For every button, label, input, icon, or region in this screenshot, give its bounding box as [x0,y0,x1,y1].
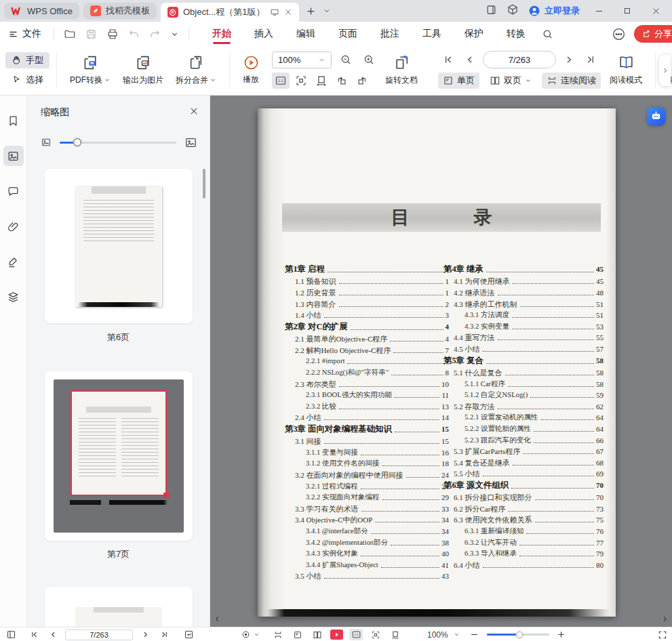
more-options-icon[interactable] [612,27,626,41]
fit-page-icon[interactable] [369,629,382,640]
statusbar-zoom-value[interactable]: 100% [427,630,448,640]
chevron-down-icon[interactable] [254,632,260,638]
first-page-icon[interactable] [27,629,41,640]
scroll-right-arrow[interactable] [661,613,669,625]
minimize-button[interactable] [589,3,608,19]
single-page-view-icon[interactable] [291,629,304,640]
single-page-view-button[interactable]: 单页 [438,73,479,89]
current-view-indicator[interactable] [71,390,167,496]
slider-knob[interactable] [73,138,81,147]
double-page-view-icon[interactable] [311,629,324,640]
zoom-slider[interactable] [487,634,549,636]
select-tool-button[interactable]: 选择 [5,72,50,88]
menu-tab-tools[interactable]: 工具 [421,22,443,45]
menu-search-icon[interactable] [542,28,553,40]
signature-panel-button[interactable] [3,251,24,272]
thumbnail-smaller-icon[interactable] [41,137,52,148]
print-icon[interactable] [106,28,119,40]
pdf-page[interactable]: 目 录 第1章 启程11.1 预备知识11.2 历史背景11.3 内容简介21.… [258,108,616,617]
last-page-button[interactable] [582,51,599,68]
menu-tab-protect[interactable]: 保护 [463,22,485,45]
present-screen-icon[interactable] [270,7,279,17]
thumbnail-larger-icon[interactable] [184,136,197,149]
last-page-icon[interactable] [157,629,171,640]
page-number-input[interactable] [483,51,556,68]
maximize-button[interactable] [618,3,637,19]
document-viewer[interactable]: 目 录 第1章 启程11.1 预备知识11.2 历史背景11.3 内容简介21.… [210,96,672,627]
ai-assistant-button[interactable] [647,107,665,125]
comments-panel-button[interactable] [3,181,24,201]
fit-width-button[interactable] [313,73,330,89]
close-window-button[interactable] [646,3,665,19]
tab-docer-templates[interactable]: 找稻壳模板 [83,3,157,19]
toggle-sidebar-icon[interactable] [4,629,18,640]
rotate-left-button[interactable] [333,73,351,89]
pdf-convert-button[interactable]: W PDF转换 [64,53,117,87]
menu-tab-comment[interactable]: 批注 [379,22,401,45]
fullscreen-icon[interactable] [656,629,669,640]
share-button[interactable]: 分享 [634,25,672,43]
selection-handle[interactable] [163,493,169,498]
actual-size-icon[interactable]: 1:1 [349,629,363,640]
next-page-icon[interactable] [138,629,152,640]
tab-wps-office[interactable]: WPS Office [4,3,79,19]
menu-tab-page[interactable]: 页面 [337,22,359,45]
fit-width-icon[interactable] [389,629,402,640]
menu-tab-insert[interactable]: 插入 [253,22,275,45]
undo-icon[interactable] [128,28,140,40]
auto-scroll-icon[interactable] [239,629,252,640]
close-panel-icon[interactable] [189,106,199,119]
next-page-button[interactable] [560,51,578,68]
hand-tool-button[interactable]: 手型 [5,52,50,68]
thumbnail-size-slider[interactable] [60,142,176,144]
thumbnail-page-8-partial[interactable] [45,587,193,627]
tab-document-active[interactable]: Object...程（第1版） [161,3,299,22]
play-button[interactable]: 播放 [237,54,265,87]
scroll-left-arrow[interactable] [214,613,221,625]
integrations-cube-icon[interactable] [507,3,519,18]
save-icon[interactable] [85,28,97,40]
zoom-combobox[interactable]: 100% [272,51,332,68]
redo-icon[interactable] [149,28,161,40]
ribbon-expand-button[interactable] [659,55,671,86]
bookmarks-panel-button[interactable] [3,110,24,131]
play-slideshow-button[interactable] [330,629,343,640]
layers-panel-button[interactable] [3,287,24,307]
first-page-button[interactable] [439,51,457,68]
login-button[interactable]: 立即登录 [528,5,580,17]
new-tab-button[interactable] [306,6,316,16]
menu-tab-home[interactable]: 开始 [211,22,233,45]
rotate-document-button[interactable]: 旋转文档 [379,53,424,87]
chevron-down-icon[interactable] [454,632,460,638]
tab-list-dropdown[interactable] [323,7,331,15]
tab-close-icon[interactable] [284,8,292,16]
continuous-view-icon[interactable] [271,629,285,640]
panel-scrollbar[interactable] [203,169,205,199]
zoom-increase-icon[interactable] [555,629,568,640]
quick-access-dropdown-icon[interactable] [170,30,179,39]
prev-page-button[interactable] [461,51,479,68]
split-screen-icon[interactable] [486,4,497,18]
fit-page-button[interactable] [292,73,310,89]
thumbnail-page-7-selected[interactable] [45,371,193,541]
thumbnails-panel-button[interactable] [3,146,24,166]
thumbnail-page-6[interactable] [45,169,193,323]
zoom-in-button[interactable] [360,51,378,68]
export-as-image-button[interactable]: 输出为图片 [117,53,170,87]
menu-tab-convert[interactable]: 转换 [505,22,527,45]
back-to-position-icon[interactable] [182,629,195,640]
prev-page-icon[interactable] [46,629,60,640]
rotate-right-button[interactable] [353,73,371,89]
open-file-icon[interactable] [64,28,76,40]
split-merge-button[interactable]: 拆分合并 [170,53,222,87]
statusbar-page-input[interactable] [65,629,133,640]
attachments-panel-button[interactable] [3,216,24,236]
file-menu-button[interactable]: 文件 [0,28,50,40]
read-mode-button[interactable]: 阅读模式 [604,53,648,87]
continuous-view-button[interactable]: 连续阅读 [542,73,601,89]
zoom-decrease-icon[interactable] [468,629,481,640]
menu-tab-edit[interactable]: 编辑 [295,22,317,45]
actual-size-button[interactable]: 1:1 [272,73,290,89]
zoom-slider-knob[interactable] [515,631,523,638]
double-page-view-button[interactable]: 双页 [485,73,536,89]
